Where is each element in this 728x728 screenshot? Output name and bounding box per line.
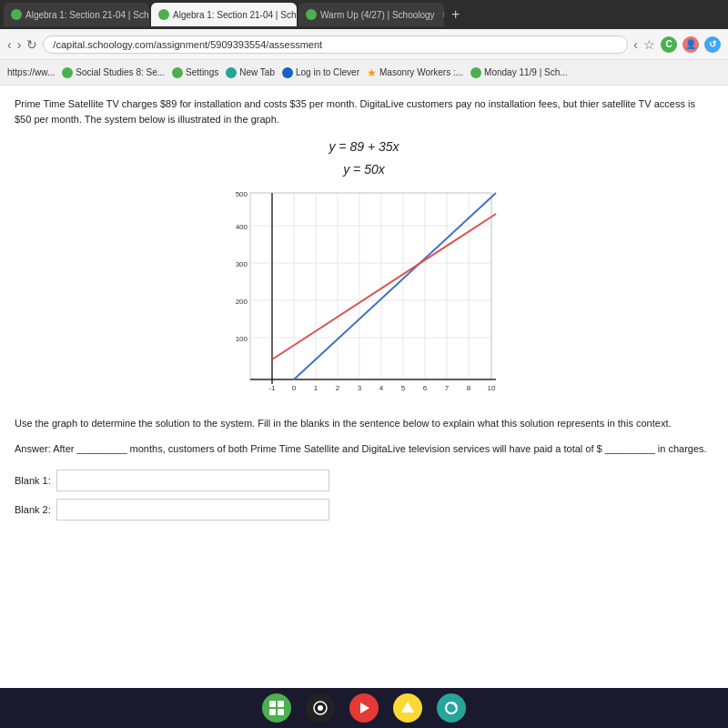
svg-text:3: 3 [358,384,362,392]
taskbar-icon-3[interactable] [393,693,422,723]
bookmark-5[interactable]: ★ Masonry Workers :... [367,66,463,79]
star-icon[interactable]: ☆ [643,37,655,52]
graph-svg: 100 200 300 400 500 -1 0 1 2 3 4 5 6 7 8… [223,188,505,407]
bookmark-2[interactable]: Settings [172,67,218,78]
page-content: Prime Time Satellite TV charges $89 for … [0,86,728,688]
tab3-close[interactable]: × [442,10,444,20]
equation1: y = 89 + 35x [15,136,713,158]
chrome-icon: C [661,36,677,53]
tab-2[interactable]: Algebra 1: Section 21-04 | Schoo × [151,3,297,26]
taskbar [0,688,728,728]
forward-button[interactable]: › [17,37,22,52]
bookmark-0[interactable]: https://ww... [7,67,55,77]
svg-text:1: 1 [314,384,318,392]
blank2-input[interactable] [56,499,329,521]
svg-text:2: 2 [336,384,340,392]
bookmark3-icon [226,67,237,78]
address-icons: ‹ ☆ C 👤 ↺ [633,36,721,53]
bookmark3-label: New Tab [239,67,275,77]
new-tab-button[interactable]: + [446,6,465,23]
bookmark2-icon [172,67,183,78]
url-input[interactable] [43,35,628,54]
problem-description: Prime Time Satellite TV charges $89 for … [15,96,713,126]
taskbar-icon-4[interactable] [437,693,466,723]
equations-block: y = 89 + 35x y = 50x [15,136,713,181]
equation2: y = 50x [15,158,713,181]
svg-text:6: 6 [423,384,428,392]
svg-text:8: 8 [467,384,471,392]
bookmark-4[interactable]: Log in to Clever [282,67,359,78]
svg-rect-40 [278,701,284,707]
svg-text:400: 400 [236,223,248,231]
tab2-label: Algebra 1: Section 21-04 | Schoo [173,10,297,20]
tab3-label: Warm Up (4/27) | Schoology [320,10,435,20]
tab1-label: Algebra 1: Section 21-04 | Schoo [25,10,149,20]
back-icon[interactable]: ‹ [633,37,638,52]
svg-rect-42 [278,709,284,715]
taskbar-icon-2[interactable] [349,693,379,723]
svg-text:100: 100 [236,335,248,343]
svg-rect-0 [250,193,491,379]
tab3-icon [306,9,317,20]
bookmark-3[interactable]: New Tab [226,67,275,78]
svg-text:10: 10 [488,384,496,392]
tab1-icon [11,9,22,20]
blank1-row: Blank 1: [15,470,713,491]
address-bar: ‹ › ↻ ‹ ☆ C 👤 ↺ [0,29,728,60]
bookmark1-icon [62,67,73,78]
bookmark-1[interactable]: Social Studies 8: Se... [62,67,165,78]
bookmark2-label: Settings [186,67,218,77]
tab-3[interactable]: Warm Up (4/27) | Schoology × [298,3,444,26]
svg-marker-45 [360,703,369,713]
blank2-label: Blank 2: [15,504,51,515]
answer-text: Answer: After _________ months, customer… [15,440,713,459]
tab2-icon [158,9,169,20]
svg-rect-41 [269,709,276,715]
svg-text:5: 5 [401,384,406,392]
svg-text:4: 4 [379,384,384,392]
bookmark4-icon [282,67,293,78]
svg-text:300: 300 [236,260,248,268]
svg-point-44 [318,705,323,711]
svg-text:200: 200 [236,298,248,306]
solution-text: Use the graph to determine the solution … [15,416,713,431]
svg-marker-46 [401,702,414,713]
taskbar-icon-0[interactable] [262,693,291,723]
browser-frame: Algebra 1: Section 21-04 | Schoo × Algeb… [0,0,728,728]
tab-1[interactable]: Algebra 1: Section 21-04 | Schoo × [4,3,149,26]
taskbar-icon-1[interactable] [306,693,335,723]
svg-text:0: 0 [292,384,297,392]
svg-text:-1: -1 [268,384,276,392]
back-button[interactable]: ‹ [7,37,12,52]
blank2-row: Blank 2: [15,499,713,521]
bookmark4-label: Log in to Clever [296,67,359,77]
bookmark6-label: Monday 11/9 | Sch... [484,67,568,77]
svg-text:500: 500 [236,190,248,198]
graph-container: 100 200 300 400 500 -1 0 1 2 3 4 5 6 7 8… [15,188,713,407]
bookmark5-label: Masonry Workers :... [379,67,463,77]
bookmarks-bar: https://ww... Social Studies 8: Se... Se… [0,60,728,86]
sync-icon: ↺ [704,36,721,53]
svg-rect-39 [269,701,276,707]
bookmark1-label: Social Studies 8: Se... [76,67,165,77]
bookmark0-label: https://ww... [7,67,55,77]
blank1-label: Blank 1: [15,475,51,486]
tab-bar: Algebra 1: Section 21-04 | Schoo × Algeb… [0,0,728,29]
svg-text:7: 7 [445,384,450,392]
refresh-button[interactable]: ↻ [26,37,37,52]
profile-icon: 👤 [682,36,699,53]
bookmark6-icon [470,67,481,78]
bookmark5-star: ★ [367,66,377,79]
bookmark-6[interactable]: Monday 11/9 | Sch... [470,67,568,78]
blank1-input[interactable] [56,470,329,491]
